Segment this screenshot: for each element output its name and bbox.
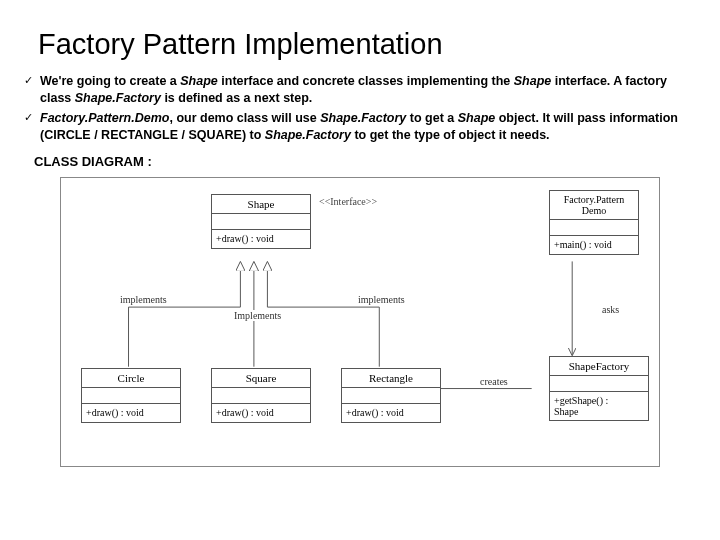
class-diagram: Shape +draw() : void <<Interface>> Facto…: [60, 177, 660, 467]
uml-class-name: Circle: [82, 369, 180, 388]
uml-class-name: Rectangle: [342, 369, 440, 388]
uml-class-attrs: [212, 388, 310, 404]
edge-label-implements: Implements: [233, 310, 282, 321]
uml-class-ops: +draw() : void: [82, 404, 180, 422]
uml-shape: Shape +draw() : void: [211, 194, 311, 249]
stereotype-interface: <<Interface>>: [319, 196, 377, 207]
uml-class-ops: +draw() : void: [212, 404, 310, 422]
uml-class-name: Square: [212, 369, 310, 388]
edge-label-implements: implements: [357, 294, 406, 305]
uml-square: Square +draw() : void: [211, 368, 311, 423]
uml-demo: Factory.Pattern Demo +main() : void: [549, 190, 639, 255]
edge-label-asks: asks: [601, 304, 620, 315]
uml-shapefactory: ShapeFactory +getShape() : Shape: [549, 356, 649, 421]
uml-class-attrs: [212, 214, 310, 230]
uml-class-ops: +draw() : void: [342, 404, 440, 422]
class-diagram-heading: CLASS DIAGRAM :: [34, 154, 700, 169]
uml-class-attrs: [550, 220, 638, 236]
bullet-item: We're going to create a Shape interface …: [20, 73, 700, 107]
uml-class-attrs: [550, 376, 648, 392]
uml-class-ops: +draw() : void: [212, 230, 310, 248]
uml-class-attrs: [82, 388, 180, 404]
bullet-list: We're going to create a Shape interface …: [20, 73, 700, 144]
uml-class-name: Factory.Pattern Demo: [550, 191, 638, 220]
uml-class-attrs: [342, 388, 440, 404]
page-title: Factory Pattern Implementation: [38, 28, 700, 61]
uml-circle: Circle +draw() : void: [81, 368, 181, 423]
uml-class-name: Shape: [212, 195, 310, 214]
uml-class-name: ShapeFactory: [550, 357, 648, 376]
uml-class-ops: +main() : void: [550, 236, 638, 254]
uml-class-ops: +getShape() : Shape: [550, 392, 648, 420]
edge-label-creates: creates: [479, 376, 509, 387]
uml-rectangle: Rectangle +draw() : void: [341, 368, 441, 423]
edge-label-implements: implements: [119, 294, 168, 305]
bullet-item: Factory.Pattern.Demo, our demo class wil…: [20, 110, 700, 144]
